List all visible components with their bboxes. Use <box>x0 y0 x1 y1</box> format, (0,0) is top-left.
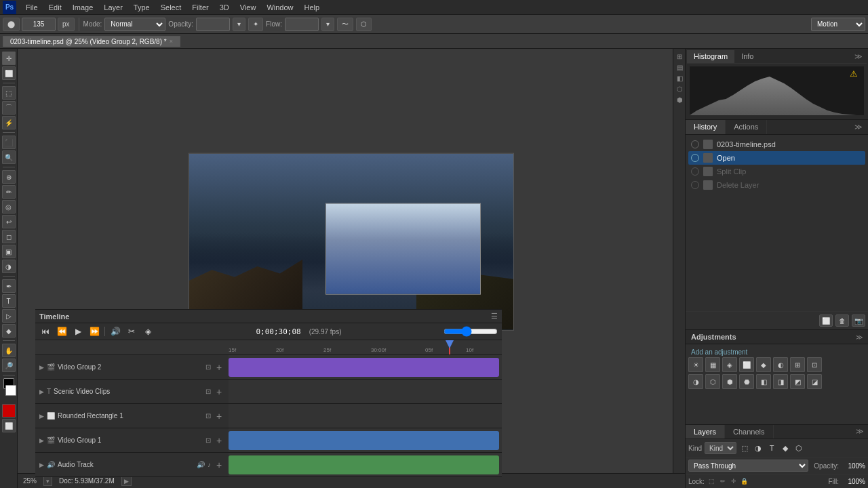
opacity-menu-btn[interactable]: ▾ <box>233 18 245 31</box>
adj-gradient-map-icon[interactable]: ◨ <box>773 374 788 389</box>
flow-input[interactable]: 100% <box>285 18 319 31</box>
track-add-vg1[interactable]: + <box>214 435 224 446</box>
mode-select[interactable]: Normal <box>104 18 165 31</box>
step-forward-btn[interactable]: ⏩ <box>88 325 100 338</box>
filter-shape-icon[interactable]: ◆ <box>780 443 791 453</box>
track-options-vg1[interactable]: ⊡ <box>205 436 211 444</box>
delete-state-btn[interactable]: 🗑 <box>835 314 849 327</box>
path-select-tool[interactable]: ▷ <box>2 309 16 323</box>
artboard-tool[interactable]: ⬜ <box>2 66 16 80</box>
video-group-1-bar[interactable] <box>229 431 499 450</box>
adj-curves-icon[interactable]: ▦ <box>705 357 720 372</box>
keyframe-btn[interactable]: ◈ <box>142 325 154 338</box>
adj-exposure-icon[interactable]: ◈ <box>722 357 737 372</box>
menu-window[interactable]: Window <box>261 3 298 12</box>
history-item-split[interactable]: Split Clip <box>688 165 865 178</box>
tab-close-btn[interactable]: × <box>170 38 173 45</box>
track-expand-scenic[interactable]: ▶ <box>39 388 44 395</box>
filter-type-icon[interactable]: T <box>766 443 777 453</box>
marquee-tool[interactable]: ⬚ <box>2 86 16 100</box>
menu-layer[interactable]: Layer <box>98 3 128 12</box>
quick-select-tool[interactable]: ⚡ <box>2 116 16 129</box>
gradient-tool[interactable]: ▣ <box>2 245 16 258</box>
audio-btn[interactable]: 🔊 <box>109 325 121 338</box>
adj-invert-icon[interactable]: ⬢ <box>722 374 737 389</box>
track-options-rr1[interactable]: ⊡ <box>205 412 211 420</box>
histogram-menu-btn[interactable]: ≫ <box>850 50 867 63</box>
track-expand-vg2[interactable]: ▶ <box>39 364 44 371</box>
track-expand-vg1[interactable]: ▶ <box>39 437 44 444</box>
eyedropper-tool[interactable]: 🔍 <box>2 150 16 164</box>
smooth-btn[interactable]: 〜 <box>337 18 353 31</box>
menu-select[interactable]: Select <box>155 3 187 12</box>
screen-mode-btn[interactable]: ⬜ <box>2 419 16 432</box>
adj-vibrance-icon[interactable]: ⬜ <box>739 357 754 372</box>
lock-position-btn[interactable]: ✛ <box>729 476 738 486</box>
canvas-nav-btn[interactable]: ▶ <box>121 476 132 486</box>
move-tool[interactable]: ✛ <box>2 52 16 65</box>
menu-filter[interactable]: Filter <box>186 3 214 12</box>
lasso-tool[interactable]: ⌒ <box>2 101 16 115</box>
brush-size-input[interactable] <box>22 18 56 31</box>
zoom-options-btn[interactable]: ▾ <box>43 476 52 486</box>
brush-size-unit-btn[interactable]: px <box>58 18 75 31</box>
lock-pixels-btn[interactable]: ✏ <box>718 476 728 486</box>
pen-tool[interactable]: ✒ <box>2 279 16 293</box>
document-tab[interactable]: 0203-timeline.psd @ 25% (Video Group 2, … <box>3 36 180 47</box>
brush-preset-btn[interactable]: ⬤ <box>3 18 20 31</box>
adjustments-menu-btn[interactable]: ≫ <box>856 333 863 341</box>
menu-edit[interactable]: Edit <box>43 3 67 12</box>
adj-brightness-icon[interactable]: ☀ <box>688 357 703 372</box>
panel-icon-2[interactable]: ▤ <box>675 62 684 72</box>
adj-selective-color-icon[interactable]: ◩ <box>790 374 805 389</box>
motion-select[interactable]: Motion <box>811 18 865 31</box>
zoom-tool[interactable]: 🔎 <box>2 359 16 372</box>
timeline-menu-btn[interactable]: ☰ <box>491 312 498 321</box>
adj-levels-icon[interactable]: ◪ <box>807 374 822 389</box>
hand-tool[interactable]: ✋ <box>2 344 16 357</box>
lock-transparent-btn[interactable]: ⬚ <box>707 476 717 486</box>
track-options-vg2[interactable]: ⊡ <box>205 363 211 371</box>
panel-icon-4[interactable]: ⬡ <box>675 84 684 94</box>
crop-tool[interactable]: ⬛ <box>2 136 16 149</box>
track-expand-audio[interactable]: ▶ <box>39 462 44 468</box>
flow-menu-btn[interactable]: ▾ <box>321 18 334 31</box>
video-group-2-bar[interactable] <box>229 358 499 377</box>
histogram-tab[interactable]: Histogram <box>687 50 734 63</box>
adj-color-balance-icon[interactable]: ◐ <box>773 357 788 372</box>
info-tab[interactable]: Info <box>734 50 760 63</box>
healing-tool[interactable]: ⊕ <box>2 170 16 184</box>
panel-icon-1[interactable]: ⊞ <box>675 52 684 61</box>
kind-select[interactable]: Kind <box>705 442 736 454</box>
blend-mode-select[interactable]: Pass Through <box>688 460 808 472</box>
tablet-btn[interactable]: ⬡ <box>356 18 372 31</box>
menu-file[interactable]: File <box>20 3 43 12</box>
snapshot-btn[interactable]: 📷 <box>852 314 865 327</box>
adj-hsl-icon[interactable]: ◆ <box>756 357 771 372</box>
brush-tool[interactable]: ✏ <box>2 185 16 199</box>
create-doc-btn[interactable]: ⬜ <box>819 314 833 327</box>
track-expand-rr1[interactable]: ▶ <box>39 413 44 420</box>
dodge-tool[interactable]: ◑ <box>2 260 16 273</box>
menu-3d[interactable]: 3D <box>214 3 235 12</box>
filter-pixel-icon[interactable]: ⬚ <box>739 443 750 453</box>
menu-type[interactable]: Type <box>128 3 155 12</box>
adj-bw-icon[interactable]: ⊞ <box>790 357 805 372</box>
clone-tool[interactable]: ◎ <box>2 200 16 214</box>
shape-tool[interactable]: ◆ <box>2 324 16 338</box>
cut-btn[interactable]: ✂ <box>125 325 138 338</box>
step-back-btn[interactable]: ⏪ <box>56 325 68 338</box>
history-item-open[interactable]: Open <box>688 151 865 165</box>
adj-channel-mixer-icon[interactable]: ◑ <box>688 374 703 389</box>
history-tab[interactable]: History <box>686 120 726 134</box>
audio-track-bar[interactable] <box>229 455 499 474</box>
track-note-audio[interactable]: ♪ <box>208 461 211 468</box>
lock-all-btn[interactable]: 🔒 <box>740 476 749 486</box>
track-add-rr1[interactable]: + <box>214 411 224 422</box>
adj-photo-filter-icon[interactable]: ⊡ <box>807 357 822 372</box>
background-color[interactable] <box>5 385 16 396</box>
track-add-vg2[interactable]: + <box>214 362 224 373</box>
track-add-scenic[interactable]: + <box>214 386 224 397</box>
history-item-file[interactable]: 0203-timeline.psd <box>688 138 865 151</box>
history-panel-menu-btn[interactable]: ≫ <box>849 120 868 134</box>
